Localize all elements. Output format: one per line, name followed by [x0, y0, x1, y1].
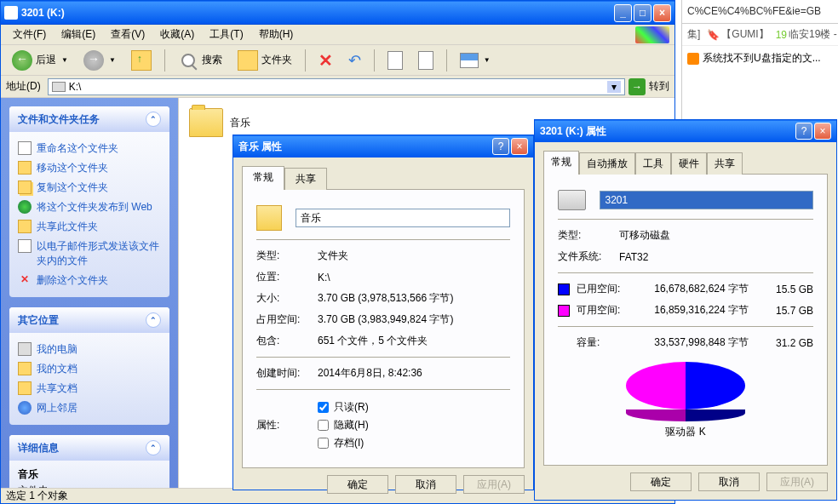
collapse-icon[interactable]: ⌃: [146, 112, 161, 127]
collapse-icon[interactable]: ⌃: [146, 440, 161, 455]
details-header[interactable]: 详细信息 ⌃: [9, 435, 169, 461]
apply-button[interactable]: 应用(A): [463, 475, 525, 494]
minimize-button[interactable]: _: [614, 4, 632, 22]
hidden-checkbox[interactable]: [318, 420, 329, 431]
tab-sharing[interactable]: 共享: [707, 152, 743, 175]
cancel-button[interactable]: 取消: [395, 475, 456, 494]
place-my-documents[interactable]: 我的文档: [18, 359, 161, 379]
place-network[interactable]: 网上邻居: [18, 398, 161, 418]
dialog-titlebar[interactable]: 3201 (K:) 属性 ? ×: [535, 120, 836, 142]
menubar: 文件(F) 编辑(E) 查看(V) 收藏(A) 工具(T) 帮助(H): [1, 25, 674, 45]
menu-tools[interactable]: 工具(T): [203, 26, 250, 43]
other-places-header[interactable]: 其它位置 ⌃: [9, 307, 169, 333]
dialog-titlebar[interactable]: 音乐 属性 ? ×: [233, 135, 533, 158]
ok-button[interactable]: 确定: [327, 475, 388, 494]
attributes-label: 属性:: [256, 418, 318, 432]
capacity-gb: 31.2 GB: [766, 337, 813, 349]
type-value: 可移动磁盘: [619, 228, 813, 243]
menu-file[interactable]: 文件(F): [6, 26, 53, 43]
back-button[interactable]: 后退 ▼: [6, 47, 74, 74]
drive-icon: [52, 82, 66, 92]
location-value: K:\: [318, 272, 510, 284]
bookmark-item[interactable]: 🔖【GUMI】: [707, 27, 768, 42]
task-publish-web[interactable]: 将这个文件夹发布到 Web: [18, 198, 161, 217]
folder-icon: [189, 108, 223, 137]
place-shared-docs[interactable]: 共享文档: [18, 379, 161, 398]
address-input-container[interactable]: ▾: [48, 78, 625, 95]
tab-tools[interactable]: 工具: [635, 152, 671, 175]
bookmark-item[interactable]: 19临安19楼 -: [776, 27, 837, 42]
bookmark-item[interactable]: 集]: [687, 27, 700, 42]
collapse-icon[interactable]: ⌃: [146, 312, 161, 328]
folder-properties-dialog: 音乐 属性 ? × 常规 共享 类型:文件夹 位置:K:\ 大小:3.70 GB…: [232, 135, 534, 490]
go-button[interactable]: →: [628, 78, 646, 95]
drive-icon: [558, 190, 586, 210]
background-browser-fragment: C%CE%C4%BC%FE&ie=GB 集] 🔖【GUMI】 19临安19楼 -…: [681, 0, 838, 119]
delete-icon: ✕: [319, 50, 333, 71]
apply-button[interactable]: 应用(A): [766, 472, 828, 491]
tab-general[interactable]: 常规: [543, 151, 579, 175]
paste-button[interactable]: [412, 48, 439, 73]
address-dropdown[interactable]: ▾: [607, 81, 621, 93]
undo-icon: ↶: [348, 51, 361, 70]
folder-name-input[interactable]: [296, 209, 510, 227]
details-panel: 详细信息 ⌃ 音乐 文件夹 修改日期: 2014年6月8日, 8:42: [9, 435, 169, 488]
titlebar[interactable]: 3201 (K:) _ □ ×: [1, 1, 674, 25]
computer-icon: [18, 342, 32, 356]
search-button[interactable]: 搜索: [172, 47, 228, 74]
menu-view[interactable]: 查看(V): [104, 26, 152, 43]
tab-hardware[interactable]: 硬件: [671, 152, 707, 175]
help-button[interactable]: ?: [795, 123, 812, 140]
drive-name-input[interactable]: [600, 191, 813, 209]
used-label: 已用空间:: [577, 282, 628, 296]
ok-button[interactable]: 确定: [630, 472, 692, 491]
forward-button[interactable]: ▼: [77, 47, 122, 74]
maximize-button[interactable]: □: [634, 4, 651, 22]
tab-autoplay[interactable]: 自动播放: [579, 152, 635, 175]
chevron-down-icon: ▼: [484, 56, 491, 64]
readonly-checkbox[interactable]: [318, 402, 329, 413]
contains-label: 包含:: [256, 334, 318, 348]
close-button[interactable]: ×: [511, 138, 528, 155]
dialog-title: 音乐 属性: [238, 140, 491, 154]
help-button[interactable]: ?: [492, 138, 509, 155]
task-delete[interactable]: ✕删除这个文件夹: [18, 271, 161, 290]
undo-button[interactable]: ↶: [342, 48, 367, 73]
task-share[interactable]: 共享此文件夹: [18, 217, 161, 237]
type-value: 文件夹: [318, 249, 510, 263]
place-my-computer[interactable]: 我的电脑: [18, 340, 161, 359]
browser-tab[interactable]: 系统找不到U盘指定的文...: [682, 46, 838, 71]
tab-general[interactable]: 常规: [242, 166, 284, 190]
task-copy[interactable]: 复制这个文件夹: [18, 178, 161, 198]
filesystem-label: 文件系统:: [558, 249, 619, 264]
close-button[interactable]: ×: [653, 4, 671, 22]
other-places-panel: 其它位置 ⌃ 我的电脑 我的文档 共享文档 网上邻居: [9, 307, 169, 425]
dialog-title: 3201 (K:) 属性: [540, 124, 794, 139]
task-email[interactable]: 以电子邮件形式发送该文件夹内的文件: [18, 237, 161, 271]
network-icon: [18, 401, 32, 415]
delete-button[interactable]: ✕: [313, 47, 339, 74]
views-button[interactable]: ▼: [454, 49, 496, 72]
panel-title: 其它位置: [18, 313, 59, 328]
details-name: 音乐: [18, 467, 161, 482]
up-button[interactable]: [125, 47, 158, 74]
tasks-panel-header[interactable]: 文件和文件夹任务 ⌃: [9, 106, 169, 132]
cancel-button[interactable]: 取消: [698, 472, 760, 491]
pie-label: 驱动器 K: [558, 425, 813, 439]
up-icon: [131, 50, 152, 71]
archive-checkbox[interactable]: [318, 438, 329, 449]
menu-edit[interactable]: 编辑(E): [55, 26, 102, 43]
menu-help[interactable]: 帮助(H): [252, 26, 301, 43]
tab-content: 类型:可移动磁盘 文件系统:FAT32 已用空间: 16,678,682,624…: [543, 174, 828, 466]
search-icon: [181, 54, 195, 67]
menu-favorites[interactable]: 收藏(A): [153, 26, 201, 43]
folders-button[interactable]: 文件夹: [232, 47, 298, 74]
copy-button[interactable]: [382, 48, 409, 73]
task-move[interactable]: 移动这个文件夹: [18, 158, 161, 178]
close-button[interactable]: ×: [814, 123, 831, 140]
windows-logo: [635, 26, 669, 43]
task-rename[interactable]: 重命名这个文件夹: [18, 139, 161, 158]
size-label: 大小:: [256, 291, 318, 306]
address-input[interactable]: [69, 81, 604, 93]
tab-sharing[interactable]: 共享: [284, 168, 327, 190]
